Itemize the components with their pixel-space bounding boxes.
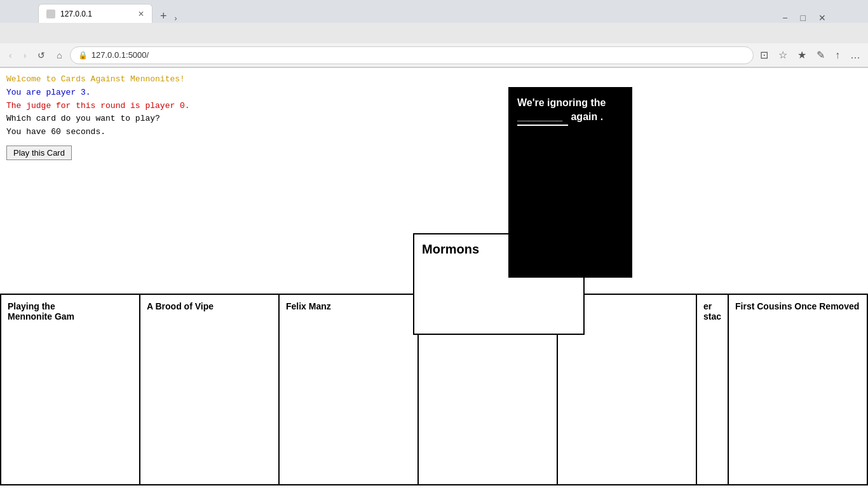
address-field[interactable]: 🔒 127.0.0.1:5000/ <box>70 46 754 64</box>
welcome-line-2: You are player 3. <box>6 86 862 100</box>
hand-card-7-text: First Cousins Once Removed <box>735 301 859 311</box>
refresh-button[interactable]: ↺ <box>34 49 49 62</box>
welcome-line-3: The judge for this round is player 0. <box>6 100 862 113</box>
favorites-icon[interactable]: ☆ <box>776 48 790 62</box>
hand-card-1[interactable]: Playing theMennonite Gam <box>0 295 140 485</box>
hand-card-7[interactable]: First Cousins Once Removed <box>729 295 868 485</box>
hand-card-2[interactable]: A Brood of Vipe <box>140 295 280 485</box>
close-button[interactable]: ✕ <box>815 13 830 23</box>
window-controls: − □ ✕ <box>778 13 830 23</box>
welcome-text: Welcome to Cards Against Mennonites! You… <box>6 73 862 139</box>
selected-card-text: Mormons <box>422 242 479 256</box>
browser-chrome: 127.0.0.1 ✕ + › − □ ✕ ‹ › ↺ ⌂ 🔒 127.0.0.… <box>0 0 868 68</box>
toolbar-right: ⊡ ☆ ★ ✎ ↑ … <box>757 48 863 62</box>
back-button[interactable]: ‹ <box>5 49 16 62</box>
tab-favicon <box>46 10 55 18</box>
minimize-button[interactable]: − <box>778 13 791 23</box>
collections-icon[interactable]: ★ <box>795 48 809 62</box>
tab-title: 127.0.0.1 <box>60 10 133 18</box>
url-text: 127.0.0.1:5000/ <box>92 50 149 60</box>
reader-view-icon[interactable]: ⊡ <box>757 48 771 62</box>
hand-card-1-text: Playing theMennonite Gam <box>8 301 74 322</box>
welcome-line-4: Which card do you want to play? <box>6 112 862 126</box>
welcome-line-1: Welcome to Cards Against Mennonites! <box>6 73 862 86</box>
address-bar-row: ‹ › ↺ ⌂ 🔒 127.0.0.1:5000/ ⊡ ☆ ★ ✎ ↑ … <box>0 43 868 67</box>
page-content: Welcome to Cards Against Mennonites! You… <box>0 68 868 488</box>
security-icon: 🔒 <box>78 51 88 60</box>
tab-close-icon[interactable]: ✕ <box>138 10 144 18</box>
new-tab-button[interactable]: + <box>155 10 172 23</box>
hand-card-2-text: A Brood of Vipe <box>147 301 214 311</box>
maximize-button[interactable]: □ <box>797 13 810 23</box>
annotate-icon[interactable]: ✎ <box>814 48 827 62</box>
black-card-blank: ________ <box>517 110 568 125</box>
hand-card-6-partial[interactable]: erstac <box>697 295 729 485</box>
forward-button[interactable]: › <box>20 49 31 62</box>
share-icon[interactable]: ↑ <box>832 48 843 62</box>
hand-card-3[interactable]: Felix Manz <box>280 295 419 485</box>
play-card-button[interactable]: Play this Card <box>6 146 72 160</box>
active-tab[interactable]: 127.0.0.1 ✕ <box>38 4 153 23</box>
hand-card-3-text: Felix Manz <box>286 301 331 311</box>
home-button[interactable]: ⌂ <box>53 49 65 62</box>
black-card: We're ignoring the ________ again . <box>508 87 632 278</box>
hand-card-6-text: erstac <box>703 301 721 322</box>
title-bar: 127.0.0.1 ✕ + › − □ ✕ <box>0 0 868 20</box>
more-icon[interactable]: … <box>848 48 863 62</box>
black-card-text-2: again . <box>571 111 603 122</box>
tab-list-chevron[interactable]: › <box>175 14 177 23</box>
welcome-line-5: You have 60 seconds. <box>6 126 862 139</box>
black-card-text-1: We're ignoring the <box>517 97 606 108</box>
